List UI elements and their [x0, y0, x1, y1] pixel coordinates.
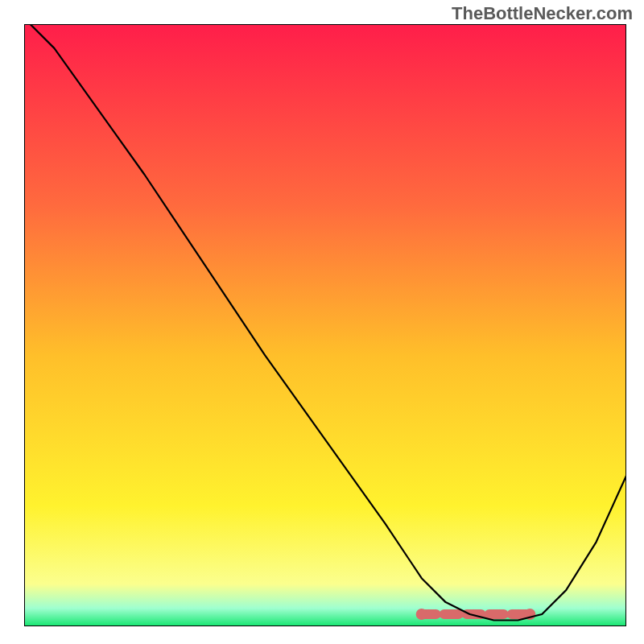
- watermark-text: TheBottleNecker.com: [452, 3, 633, 24]
- chart-svg: [24, 24, 626, 626]
- highlight-cap-left: [416, 609, 427, 620]
- chart-plot-area: [24, 24, 626, 626]
- chart-background: [24, 24, 626, 626]
